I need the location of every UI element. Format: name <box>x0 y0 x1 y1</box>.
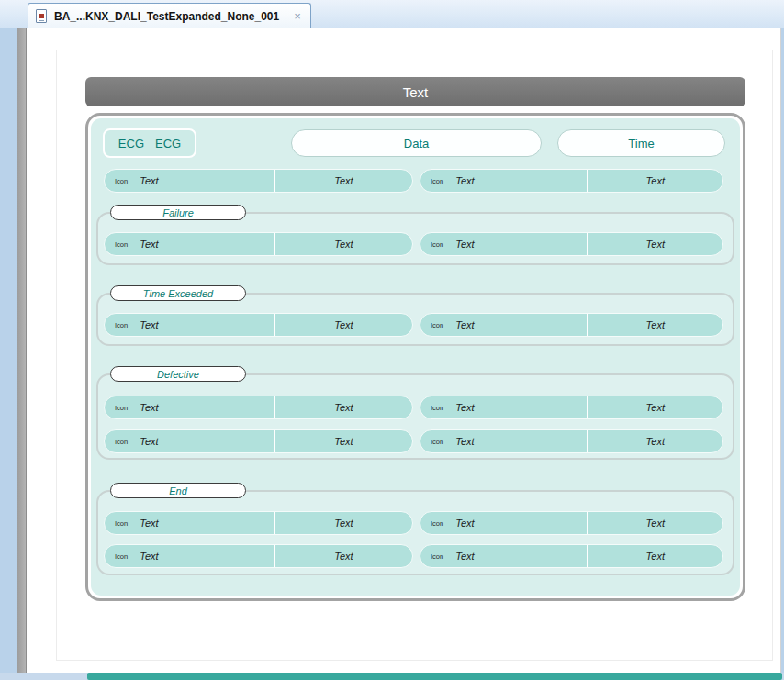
pill-left-segment: Icon Text <box>420 170 588 192</box>
pill-text: Text <box>140 319 158 330</box>
section-label-failure[interactable]: Failure <box>110 205 246 220</box>
pill-value: Text <box>275 396 412 418</box>
ecg-box[interactable]: ECG ECG <box>103 128 196 158</box>
status-row-pill[interactable]: Icon Text Text <box>420 232 723 256</box>
icon-placeholder: Icon <box>115 552 128 561</box>
icon-placeholder: Icon <box>431 519 443 528</box>
pill-value: Text <box>588 314 722 336</box>
icon-placeholder: Icon <box>431 438 443 446</box>
pill-value: Text <box>275 545 412 567</box>
section-label-end[interactable]: End <box>110 483 246 498</box>
main-container-surface: ECG ECG Data Time Icon Text Text Icon <box>91 118 740 596</box>
status-row-pill[interactable]: Icon Text Text <box>420 396 723 419</box>
icon-placeholder: Icon <box>115 438 128 446</box>
app-window: BA_...KNX_DALI_TestExpanded_None_001 × T… <box>0 0 784 680</box>
status-row-pill[interactable]: Icon Text Text <box>420 544 723 568</box>
status-row-pill[interactable]: Icon Text Text <box>420 429 723 453</box>
pill-value: Text <box>588 545 722 567</box>
pill-text: Text <box>140 402 158 413</box>
pill-value: Text <box>275 170 412 192</box>
ecg-label-2: ECG <box>155 137 181 150</box>
pill-text: Text <box>455 402 474 413</box>
data-box[interactable]: Data <box>291 129 542 157</box>
scrollbar-thumb[interactable] <box>87 673 782 680</box>
pill-left-segment: Icon Text <box>105 430 275 452</box>
pill-left-segment: Icon Text <box>105 396 275 418</box>
pill-left-segment: Icon Text <box>420 233 588 255</box>
icon-placeholder: Icon <box>115 240 128 249</box>
pill-value: Text <box>275 430 412 452</box>
pill-left-segment: Icon Text <box>420 396 588 418</box>
icon-placeholder: Icon <box>431 404 443 412</box>
header-bar[interactable]: Text <box>85 77 745 106</box>
ecg-label-1: ECG <box>118 137 144 150</box>
pill-value: Text <box>588 396 722 418</box>
pill-value: Text <box>588 170 722 192</box>
pill-text: Text <box>140 518 158 529</box>
status-row-pill[interactable]: Icon Text Text <box>104 511 413 535</box>
icon-placeholder: Icon <box>115 321 128 329</box>
pill-left-segment: Icon Text <box>105 233 275 255</box>
pill-left-segment: Icon Text <box>420 430 588 452</box>
horizontal-scrollbar[interactable] <box>0 673 784 680</box>
left-gutter <box>17 28 27 673</box>
pill-value: Text <box>275 314 412 336</box>
pill-left-segment: Icon Text <box>105 545 275 567</box>
pill-text: Text <box>140 175 158 186</box>
pill-text: Text <box>455 436 474 447</box>
section-label-time-exceeded[interactable]: Time Exceeded <box>110 285 246 301</box>
document-tab[interactable]: BA_...KNX_DALI_TestExpanded_None_001 × <box>28 3 311 28</box>
pill-text: Text <box>455 319 474 330</box>
status-row-pill[interactable]: Icon Text Text <box>104 232 413 256</box>
pill-text: Text <box>140 239 158 250</box>
icon-placeholder: Icon <box>431 240 443 249</box>
pill-value: Text <box>588 512 722 534</box>
icon-placeholder: Icon <box>115 404 128 412</box>
pill-left-segment: Icon Text <box>420 545 588 567</box>
pill-text: Text <box>455 239 474 250</box>
header-bar-label: Text <box>403 84 429 100</box>
status-row-pill[interactable]: Icon Text Text <box>420 313 723 337</box>
pill-left-segment: Icon Text <box>105 512 275 534</box>
pill-value: Text <box>275 512 412 534</box>
status-row-pill[interactable]: Icon Text Text <box>104 396 413 419</box>
pill-value: Text <box>588 233 722 255</box>
icon-placeholder: Icon <box>115 519 128 528</box>
tab-title: BA_...KNX_DALI_TestExpanded_None_001 <box>54 10 279 23</box>
icon-placeholder: Icon <box>431 177 443 185</box>
pill-text: Text <box>455 518 474 529</box>
icon-placeholder: Icon <box>431 552 443 561</box>
pill-left-segment: Icon Text <box>105 170 275 192</box>
icon-placeholder: Icon <box>115 177 128 185</box>
status-row-pill[interactable]: Icon Text Text <box>104 429 413 453</box>
pill-text: Text <box>140 436 158 447</box>
icon-placeholder: Icon <box>431 321 443 329</box>
status-row-pill[interactable]: Icon Text Text <box>420 169 723 193</box>
document-icon <box>36 9 47 23</box>
status-row-pill[interactable]: Icon Text Text <box>104 313 413 337</box>
main-container[interactable]: ECG ECG Data Time Icon Text Text Icon <box>85 113 745 601</box>
section-label-defective[interactable]: Defective <box>110 366 246 382</box>
pill-text: Text <box>140 551 158 562</box>
status-row-pill[interactable]: Icon Text Text <box>420 511 723 535</box>
status-row-pill[interactable]: Icon Text Text <box>104 169 413 193</box>
pill-left-segment: Icon Text <box>420 314 588 336</box>
data-box-label: Data <box>404 137 429 150</box>
pill-text: Text <box>455 551 474 562</box>
pill-value: Text <box>588 430 722 452</box>
pill-text: Text <box>455 175 474 186</box>
tab-bar: BA_...KNX_DALI_TestExpanded_None_001 × <box>0 0 784 28</box>
time-box-label: Time <box>628 137 654 150</box>
status-row-pill[interactable]: Icon Text Text <box>104 544 413 568</box>
pill-value: Text <box>275 233 412 255</box>
tab-close-icon[interactable]: × <box>294 9 301 23</box>
time-box[interactable]: Time <box>557 129 725 157</box>
pill-left-segment: Icon Text <box>420 512 588 534</box>
pill-left-segment: Icon Text <box>105 314 275 336</box>
